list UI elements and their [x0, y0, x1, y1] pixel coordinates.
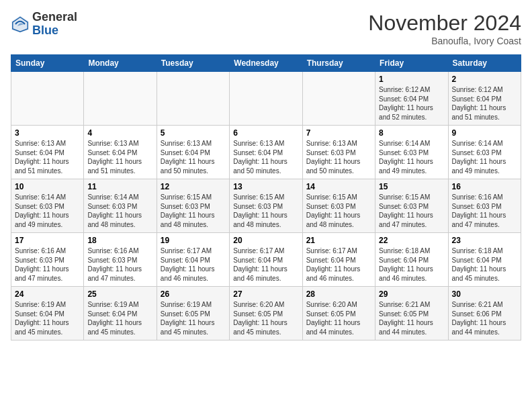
header-row: Sunday Monday Tuesday Wednesday Thursday…: [11, 55, 521, 72]
calendar-cell: 7Sunrise: 6:13 AM Sunset: 6:03 PM Daylig…: [302, 126, 375, 179]
calendar-cell: 29Sunrise: 6:21 AM Sunset: 6:05 PM Dayli…: [375, 287, 448, 340]
col-sunday: Sunday: [11, 55, 84, 72]
logo-general: General: [32, 11, 77, 24]
calendar-cell: 19Sunrise: 6:17 AM Sunset: 6:04 PM Dayli…: [157, 233, 229, 287]
logo-blue: Blue: [32, 24, 77, 38]
day-info: Sunrise: 6:21 AM Sunset: 6:05 PM Dayligh…: [379, 300, 444, 336]
calendar-cell: 25Sunrise: 6:19 AM Sunset: 6:04 PM Dayli…: [84, 287, 157, 340]
col-monday: Monday: [84, 55, 157, 72]
calendar-cell: 5Sunrise: 6:13 AM Sunset: 6:04 PM Daylig…: [157, 126, 229, 179]
day-number: 30: [452, 289, 517, 299]
day-number: 25: [87, 289, 152, 299]
calendar-body: 1Sunrise: 6:12 AM Sunset: 6:04 PM Daylig…: [11, 72, 521, 340]
calendar-cell: 4Sunrise: 6:13 AM Sunset: 6:04 PM Daylig…: [84, 126, 157, 179]
month-title: November 2024: [368, 11, 521, 36]
calendar-cell: 16Sunrise: 6:16 AM Sunset: 6:03 PM Dayli…: [448, 179, 521, 233]
calendar-cell: [11, 72, 84, 126]
day-number: 21: [306, 236, 371, 245]
day-number: 22: [379, 236, 444, 245]
day-info: Sunrise: 6:19 AM Sunset: 6:05 PM Dayligh…: [161, 300, 226, 336]
day-info: Sunrise: 6:21 AM Sunset: 6:06 PM Dayligh…: [452, 300, 517, 336]
day-number: 2: [452, 75, 517, 84]
day-number: 12: [161, 182, 226, 191]
day-info: Sunrise: 6:13 AM Sunset: 6:03 PM Dayligh…: [306, 139, 371, 175]
day-number: 26: [161, 289, 226, 299]
day-number: 14: [306, 182, 371, 191]
day-number: 18: [87, 236, 152, 245]
day-info: Sunrise: 6:18 AM Sunset: 6:04 PM Dayligh…: [452, 246, 517, 283]
day-info: Sunrise: 6:16 AM Sunset: 6:03 PM Dayligh…: [452, 193, 517, 229]
calendar-cell: 14Sunrise: 6:15 AM Sunset: 6:03 PM Dayli…: [302, 179, 375, 233]
calendar-table: Sunday Monday Tuesday Wednesday Thursday…: [11, 54, 521, 340]
calendar-cell: [302, 72, 375, 126]
day-info: Sunrise: 6:17 AM Sunset: 6:04 PM Dayligh…: [306, 246, 371, 283]
day-info: Sunrise: 6:12 AM Sunset: 6:04 PM Dayligh…: [452, 85, 517, 122]
calendar-cell: 9Sunrise: 6:14 AM Sunset: 6:03 PM Daylig…: [448, 126, 521, 179]
day-number: 1: [379, 75, 444, 84]
calendar-header: Sunday Monday Tuesday Wednesday Thursday…: [11, 55, 521, 72]
calendar-cell: 21Sunrise: 6:17 AM Sunset: 6:04 PM Dayli…: [302, 233, 375, 287]
day-number: 8: [379, 128, 444, 138]
title-area: November 2024 Banoufla, Ivory Coast: [368, 11, 521, 46]
day-number: 4: [87, 128, 152, 138]
calendar-cell: 15Sunrise: 6:15 AM Sunset: 6:03 PM Dayli…: [375, 179, 448, 233]
day-info: Sunrise: 6:14 AM Sunset: 6:03 PM Dayligh…: [15, 193, 80, 229]
day-info: Sunrise: 6:13 AM Sunset: 6:04 PM Dayligh…: [161, 139, 226, 175]
calendar-cell: 22Sunrise: 6:18 AM Sunset: 6:04 PM Dayli…: [375, 233, 448, 287]
calendar-cell: [84, 72, 157, 126]
calendar-cell: 30Sunrise: 6:21 AM Sunset: 6:06 PM Dayli…: [448, 287, 521, 340]
col-wednesday: Wednesday: [230, 55, 302, 72]
day-number: 11: [87, 182, 152, 191]
day-info: Sunrise: 6:17 AM Sunset: 6:04 PM Dayligh…: [233, 246, 298, 283]
calendar-week-4: 24Sunrise: 6:19 AM Sunset: 6:04 PM Dayli…: [11, 287, 521, 340]
calendar-cell: 27Sunrise: 6:20 AM Sunset: 6:05 PM Dayli…: [230, 287, 302, 340]
calendar-cell: 18Sunrise: 6:16 AM Sunset: 6:03 PM Dayli…: [84, 233, 157, 287]
col-saturday: Saturday: [448, 55, 521, 72]
calendar-cell: 13Sunrise: 6:15 AM Sunset: 6:03 PM Dayli…: [230, 179, 302, 233]
day-number: 19: [161, 236, 226, 245]
day-info: Sunrise: 6:14 AM Sunset: 6:03 PM Dayligh…: [452, 139, 517, 175]
col-thursday: Thursday: [302, 55, 375, 72]
day-number: 13: [233, 182, 298, 191]
day-info: Sunrise: 6:14 AM Sunset: 6:03 PM Dayligh…: [379, 139, 444, 175]
day-info: Sunrise: 6:19 AM Sunset: 6:04 PM Dayligh…: [87, 300, 152, 336]
calendar-cell: [157, 72, 229, 126]
calendar-cell: 2Sunrise: 6:12 AM Sunset: 6:04 PM Daylig…: [448, 72, 521, 126]
day-number: 7: [306, 128, 371, 138]
day-info: Sunrise: 6:13 AM Sunset: 6:04 PM Dayligh…: [233, 139, 298, 175]
day-number: 6: [233, 128, 298, 138]
day-info: Sunrise: 6:13 AM Sunset: 6:04 PM Dayligh…: [15, 139, 80, 175]
page-header: General Blue November 2024 Banoufla, Ivo…: [11, 11, 521, 46]
day-number: 20: [233, 236, 298, 245]
day-info: Sunrise: 6:14 AM Sunset: 6:03 PM Dayligh…: [87, 193, 152, 229]
col-friday: Friday: [375, 55, 448, 72]
calendar-cell: 8Sunrise: 6:14 AM Sunset: 6:03 PM Daylig…: [375, 126, 448, 179]
day-number: 23: [452, 236, 517, 245]
day-info: Sunrise: 6:16 AM Sunset: 6:03 PM Dayligh…: [15, 246, 80, 283]
day-info: Sunrise: 6:20 AM Sunset: 6:05 PM Dayligh…: [233, 300, 298, 336]
calendar-cell: 6Sunrise: 6:13 AM Sunset: 6:04 PM Daylig…: [230, 126, 302, 179]
day-number: 29: [379, 289, 444, 299]
calendar-cell: 17Sunrise: 6:16 AM Sunset: 6:03 PM Dayli…: [11, 233, 84, 287]
calendar-week-0: 1Sunrise: 6:12 AM Sunset: 6:04 PM Daylig…: [11, 72, 521, 126]
day-info: Sunrise: 6:19 AM Sunset: 6:04 PM Dayligh…: [15, 300, 80, 336]
day-number: 9: [452, 128, 517, 138]
calendar-cell: 1Sunrise: 6:12 AM Sunset: 6:04 PM Daylig…: [375, 72, 448, 126]
day-info: Sunrise: 6:20 AM Sunset: 6:05 PM Dayligh…: [306, 300, 371, 336]
calendar-cell: 28Sunrise: 6:20 AM Sunset: 6:05 PM Dayli…: [302, 287, 375, 340]
calendar-week-3: 17Sunrise: 6:16 AM Sunset: 6:03 PM Dayli…: [11, 233, 521, 287]
day-info: Sunrise: 6:18 AM Sunset: 6:04 PM Dayligh…: [379, 246, 444, 283]
calendar-cell: 23Sunrise: 6:18 AM Sunset: 6:04 PM Dayli…: [448, 233, 521, 287]
day-number: 3: [15, 128, 80, 138]
calendar-cell: 10Sunrise: 6:14 AM Sunset: 6:03 PM Dayli…: [11, 179, 84, 233]
day-info: Sunrise: 6:15 AM Sunset: 6:03 PM Dayligh…: [233, 193, 298, 229]
calendar-cell: 20Sunrise: 6:17 AM Sunset: 6:04 PM Dayli…: [230, 233, 302, 287]
day-info: Sunrise: 6:15 AM Sunset: 6:03 PM Dayligh…: [379, 193, 444, 229]
day-info: Sunrise: 6:13 AM Sunset: 6:04 PM Dayligh…: [87, 139, 152, 175]
calendar-week-1: 3Sunrise: 6:13 AM Sunset: 6:04 PM Daylig…: [11, 126, 521, 179]
day-number: 24: [15, 289, 80, 299]
logo-icon: [11, 15, 30, 34]
day-info: Sunrise: 6:17 AM Sunset: 6:04 PM Dayligh…: [161, 246, 226, 283]
calendar-week-2: 10Sunrise: 6:14 AM Sunset: 6:03 PM Dayli…: [11, 179, 521, 233]
day-number: 16: [452, 182, 517, 191]
